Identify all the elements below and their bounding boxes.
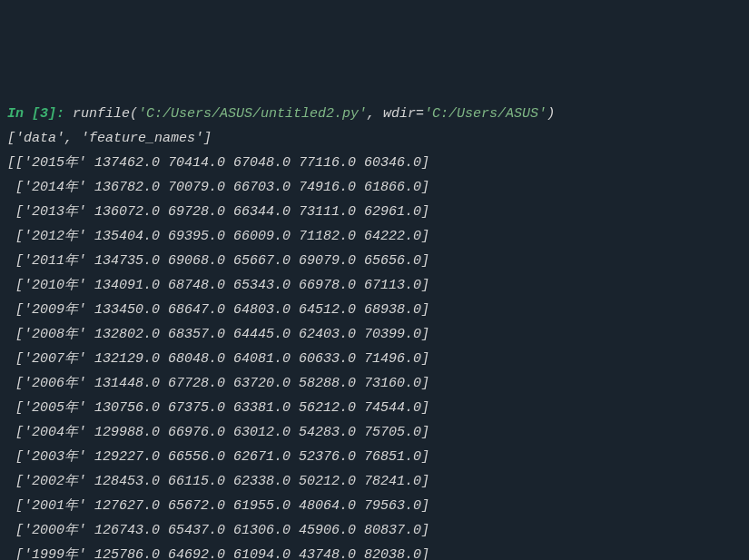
output-row: ['2013年' 136072.0 69728.0 66344.0 73111.… xyxy=(7,200,742,224)
output-row: [['2015年' 137462.0 70414.0 67048.0 77116… xyxy=(7,151,742,175)
output-row: ['2005年' 130756.0 67375.0 63381.0 56212.… xyxy=(7,396,742,420)
close-paren: ) xyxy=(547,106,555,122)
output-row: ['2004年' 129988.0 66976.0 63012.0 54283.… xyxy=(7,420,742,445)
sep-text: , wdir= xyxy=(367,106,424,122)
output-row: ['2003年' 129227.0 66556.0 62671.0 52376.… xyxy=(7,445,742,469)
console-output: In [3]: runfile('C:/Users/ASUS/untitled2… xyxy=(7,102,742,560)
output-row: ['2009年' 133450.0 68647.0 64803.0 64512.… xyxy=(7,298,742,322)
output-row: ['2008年' 132802.0 68357.0 64445.0 62403.… xyxy=(7,322,742,347)
output-row: ['2002年' 128453.0 66115.0 62338.0 50212.… xyxy=(7,469,742,494)
arg1-string: 'C:/Users/ASUS/untitled2.py' xyxy=(138,106,367,122)
output-row: ['2010年' 134091.0 68748.0 65343.0 66978.… xyxy=(7,273,742,298)
output-row: ['2007年' 132129.0 68048.0 64081.0 60633.… xyxy=(7,347,742,371)
command-text: runfile( xyxy=(73,106,138,122)
output-row: ['2014年' 136782.0 70079.0 66703.0 74916.… xyxy=(7,175,742,200)
input-line[interactable]: In [3]: runfile('C:/Users/ASUS/untitled2… xyxy=(7,102,742,126)
output-row: ['2000年' 126743.0 65437.0 61306.0 45906.… xyxy=(7,518,742,543)
output-row: ['2001年' 127627.0 65672.0 61955.0 48064.… xyxy=(7,494,742,518)
output-row: ['2006年' 131448.0 67728.0 63720.0 58288.… xyxy=(7,371,742,396)
output-header: ['data', 'feature_names'] xyxy=(7,126,742,151)
output-row: ['2011年' 134735.0 69068.0 65667.0 69079.… xyxy=(7,249,742,273)
output-rows: [['2015年' 137462.0 70414.0 67048.0 77116… xyxy=(7,151,742,560)
output-row: ['2012年' 135404.0 69395.0 66009.0 71182.… xyxy=(7,224,742,249)
output-row: ['1999年' 125786.0 64692.0 61094.0 43748.… xyxy=(7,543,742,560)
prompt-label: In [3]: xyxy=(7,106,73,122)
arg2-string: 'C:/Users/ASUS' xyxy=(424,106,547,122)
